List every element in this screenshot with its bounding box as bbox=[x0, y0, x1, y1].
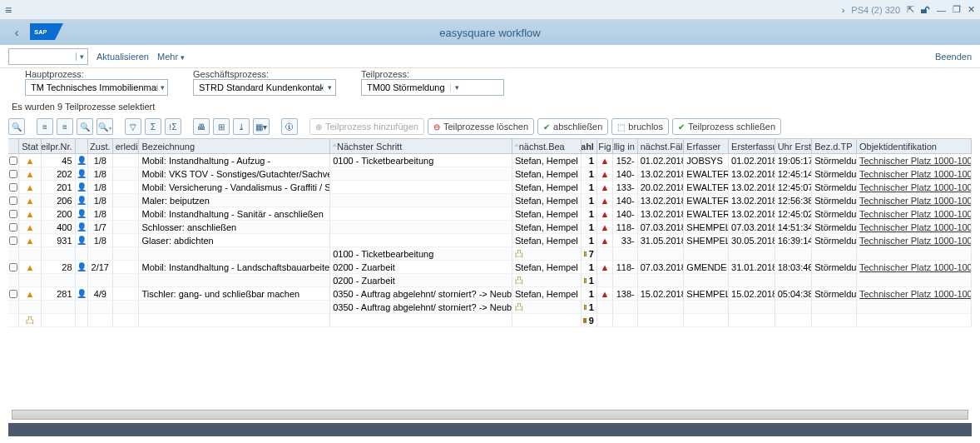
haupt-label: Hauptprozess: bbox=[25, 69, 84, 79]
col-user[interactable] bbox=[76, 139, 88, 153]
print-icon[interactable]: 🖶 bbox=[193, 118, 210, 135]
refresh-button[interactable]: Aktualisieren bbox=[97, 52, 149, 62]
find-icon[interactable]: 🔍 bbox=[77, 118, 93, 135]
system-label: PS4 (2) 320 bbox=[851, 5, 900, 15]
col-objektid[interactable]: Objektidentifikation bbox=[857, 139, 972, 153]
cell-obj[interactable]: Technischer Platz 1000-10003 bbox=[857, 287, 972, 300]
layout-icon[interactable]: ⊞ bbox=[213, 118, 230, 135]
chevron-down-icon[interactable]: ▾ bbox=[323, 83, 335, 92]
settings-icon[interactable]: ▦▾ bbox=[253, 118, 270, 135]
cell-anz: 1 bbox=[582, 167, 597, 180]
row-checkbox[interactable] bbox=[8, 167, 19, 180]
unlock-icon[interactable]: 🔓︎ bbox=[921, 5, 930, 15]
minimize-icon[interactable]: — bbox=[937, 5, 946, 15]
cell-obj[interactable]: Technischer Platz 1000-10024 bbox=[857, 207, 972, 220]
col-erledigt[interactable]: erledigt bbox=[113, 139, 140, 153]
row-checkbox[interactable] bbox=[8, 261, 19, 273]
find-next-icon[interactable]: 🔍₊ bbox=[97, 118, 113, 135]
cell-erf: JOBSYS bbox=[684, 154, 729, 167]
table-row[interactable]: ▲45👤1/8Mobil: Instandhaltung - Aufzug -0… bbox=[8, 154, 972, 167]
table-row[interactable]: 0200 - Zuarbeit凸 1 bbox=[8, 274, 972, 287]
col-select[interactable] bbox=[8, 139, 19, 153]
cell-obj[interactable]: Technischer Platz 1000-10034 bbox=[857, 154, 972, 167]
cell-fin: 138- bbox=[613, 287, 638, 300]
col-anzahl[interactable]: ΣAnzahl bbox=[582, 139, 597, 153]
cell-obj[interactable]: Technischer Platz 1000-10003 bbox=[857, 234, 972, 246]
table-row[interactable]: ▲400👤1/7Schlosser: anschließenStefan, He… bbox=[8, 221, 972, 234]
col-naechst-bea[interactable]: ^nächst.Bea bbox=[512, 139, 582, 153]
end-button[interactable]: Beenden bbox=[935, 52, 972, 62]
table-row[interactable]: ▲200👤1/8Mobil: Instandhaltung - Sanitär … bbox=[8, 207, 972, 221]
col-zust[interactable]: Zust. bbox=[88, 139, 113, 153]
chevron-down-icon[interactable]: ▾ bbox=[157, 83, 167, 92]
col-erfasser[interactable]: Erfasser bbox=[684, 139, 729, 153]
cell-tnr: 202 bbox=[42, 167, 76, 180]
cell-obj[interactable]: Technischer Platz 1000-10081 bbox=[857, 194, 972, 207]
col-stat[interactable]: Stat bbox=[19, 139, 41, 153]
chevron-down-icon[interactable]: ▾ bbox=[76, 52, 87, 61]
col-bez-tp[interactable]: Bez.d.TP bbox=[812, 139, 857, 153]
geschaeftsprozess-select[interactable]: STRD Standard Kundenkontakt▾ bbox=[193, 79, 336, 96]
cell-btp: Störmeldung bbox=[812, 181, 857, 193]
back-button[interactable]: ‹ bbox=[7, 22, 27, 42]
table-row[interactable]: 0350 - Auftrag abgelehnt/ storniert? -> … bbox=[8, 301, 972, 314]
cell-obj[interactable]: Technischer Platz 1000-10024 bbox=[857, 181, 972, 193]
export-icon[interactable]: ⇱ bbox=[907, 4, 914, 15]
horizontal-scrollbar[interactable] bbox=[12, 410, 968, 420]
col-fig[interactable]: Fig bbox=[597, 139, 613, 153]
command-field[interactable]: ▾ bbox=[8, 48, 88, 65]
filter-icon[interactable]: ▽ bbox=[125, 118, 141, 135]
cell-obj[interactable]: Technischer Platz 1000-10081 bbox=[857, 221, 972, 233]
table-row[interactable]: ▲206👤1/8Maler: beiputzenStefan, Hempel1▲… bbox=[8, 194, 972, 207]
col-faellig-in[interactable]: Fällig in bbox=[613, 139, 638, 153]
info-icon[interactable]: 🛈 bbox=[281, 118, 298, 135]
table-row[interactable]: 0100 - Ticketbearbeitung凸 7 bbox=[8, 247, 972, 261]
system-titlebar: ≡ › PS4 (2) 320 ⇱ 🔓︎ — ❐ ✕ bbox=[0, 0, 980, 20]
subtotal-icon[interactable]: ⁞Σ bbox=[165, 118, 181, 135]
chevron-down-icon[interactable]: ▾ bbox=[450, 83, 463, 92]
cell-anz: 1 bbox=[582, 221, 597, 233]
cell-erl bbox=[113, 207, 140, 220]
close-process-button[interactable]: ✔abschließen bbox=[537, 118, 608, 135]
cell-obj[interactable]: Technischer Platz 1000-10001 bbox=[857, 167, 972, 180]
close-icon[interactable]: ✕ bbox=[968, 4, 975, 15]
cell-nb: Stefan, Hempel bbox=[512, 194, 582, 207]
sort-asc-icon[interactable]: ≡ bbox=[37, 118, 53, 135]
row-checkbox[interactable] bbox=[8, 194, 19, 207]
col-uhr-erst[interactable]: Uhr Erst bbox=[775, 139, 813, 153]
cell-nb: Stefan, Hempel bbox=[512, 154, 582, 167]
hauptprozess-select[interactable]: TM Technisches Immobilienmanageme..▾ bbox=[25, 79, 168, 96]
col-naechst-faellig[interactable]: nächst.Fälligk. bbox=[638, 139, 685, 153]
sum-icon[interactable]: Σ bbox=[145, 118, 161, 135]
detail-icon[interactable]: 🔍 bbox=[8, 118, 25, 135]
row-checkbox[interactable] bbox=[8, 154, 19, 167]
row-checkbox[interactable] bbox=[8, 181, 19, 193]
table-row[interactable]: ▲201👤1/8Mobil: Versicherung - Vandalismu… bbox=[8, 181, 972, 194]
restore-icon[interactable]: ❐ bbox=[953, 4, 961, 15]
cell-obj[interactable]: Technischer Platz 1000-10001 bbox=[857, 261, 972, 273]
table-row[interactable]: ▲931👤1/8Glaser: abdichtenStefan, Hempel1… bbox=[8, 234, 972, 247]
col-naechster-schritt[interactable]: ^Nächster Schritt bbox=[330, 139, 512, 153]
schliessen-button[interactable]: ✔Teilprozess schließen bbox=[672, 118, 781, 135]
col-teilprnr[interactable]: Teilpr.Nr. bbox=[42, 139, 76, 153]
row-checkbox[interactable] bbox=[8, 207, 19, 220]
delete-process-button[interactable]: ⊖Teilprozesse löschen bbox=[428, 118, 534, 135]
more-menu[interactable]: Mehr ▾ bbox=[157, 52, 185, 62]
col-ersterfassung[interactable]: Ersterfassung bbox=[729, 139, 775, 153]
row-checkbox[interactable] bbox=[8, 234, 19, 246]
command-input[interactable] bbox=[9, 49, 76, 64]
row-checkbox[interactable] bbox=[8, 287, 19, 300]
table-row[interactable]: ▲281👤4/9Tischler: gang- und schließbar m… bbox=[8, 287, 972, 301]
cell-uhr: 14:51:34 bbox=[775, 221, 813, 233]
table-row[interactable]: 凸 9 bbox=[8, 314, 972, 327]
bruchlos-button[interactable]: ⬚bruchlos bbox=[611, 118, 669, 135]
row-checkbox[interactable] bbox=[8, 221, 19, 233]
export-icon[interactable]: ⤓ bbox=[233, 118, 250, 135]
menu-icon[interactable]: ≡ bbox=[5, 3, 12, 17]
chevron-right-icon[interactable]: › bbox=[842, 5, 845, 15]
teilprozess-select[interactable]: TM00 Störmeldung▾ bbox=[361, 79, 504, 96]
table-row[interactable]: ▲202👤1/8Mobil: VKS TOV - Sonstiges/Gutac… bbox=[8, 167, 972, 181]
sort-desc-icon[interactable]: ≡ bbox=[57, 118, 73, 135]
col-bezeichnung[interactable]: Bezeichnung bbox=[139, 139, 330, 153]
table-row[interactable]: ▲28👤2/17Mobil: Instandhaltung - Landscha… bbox=[8, 261, 972, 274]
